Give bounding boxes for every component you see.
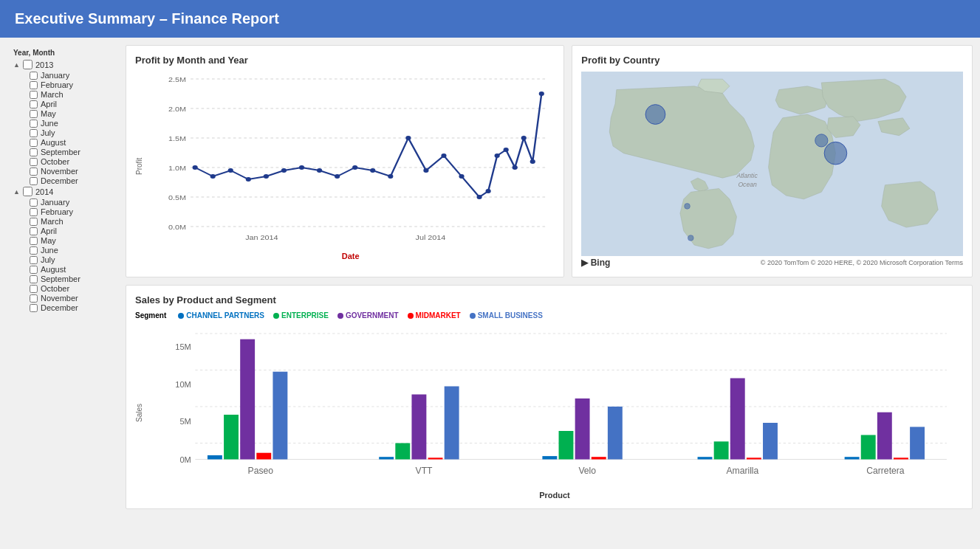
svg-rect-57 (240, 339, 255, 460)
line-chart-box: Profit by Month and Year Profit (126, 45, 564, 277)
svg-text:Amarilla: Amarilla (726, 466, 758, 476)
month-checkbox-2014-August[interactable] (30, 266, 38, 274)
month-item-2013-November: November (30, 167, 120, 176)
month-item-2013-June: June (30, 119, 120, 128)
month-label-2013-July: July (41, 128, 55, 137)
month-checkbox-2014-December[interactable] (30, 304, 38, 312)
month-item-2013-March: March (30, 90, 120, 99)
month-checkbox-2013-April[interactable] (30, 100, 38, 108)
svg-text:Paseo: Paseo (248, 466, 274, 476)
month-checkbox-2013-August[interactable] (30, 139, 38, 147)
month-checkbox-2014-March[interactable] (30, 218, 38, 226)
collapse-icon-2014[interactable]: ▲ (13, 188, 20, 196)
bing-logo: ▶ Bing (581, 258, 610, 268)
svg-point-37 (539, 92, 544, 96)
month-checkbox-2013-May[interactable] (30, 110, 38, 118)
legend-label-SMALL BUSINESS: SMALL BUSINESS (478, 311, 543, 320)
month-checkbox-2013-December[interactable] (30, 177, 38, 185)
legend-dot-ENTERPRISE (273, 313, 279, 319)
month-item-2013-February: February (30, 80, 120, 89)
month-item-2013-January: January (30, 71, 120, 80)
month-label-2013-May: May (41, 109, 56, 118)
month-label-2014-February: February (41, 207, 73, 216)
month-checkbox-2014-November[interactable] (30, 294, 38, 303)
svg-rect-69 (575, 398, 590, 460)
svg-rect-67 (542, 456, 557, 459)
svg-rect-64 (428, 458, 443, 459)
month-item-2013-October: October (30, 157, 120, 166)
month-checkbox-2014-September[interactable] (30, 275, 38, 283)
map-chart-title: Profit by Country (581, 55, 963, 66)
svg-rect-58 (256, 453, 271, 460)
svg-text:Jan 2014: Jan 2014 (245, 234, 278, 241)
bar-chart-title: Sales by Product and Segment (135, 294, 963, 305)
month-checkbox-2013-June[interactable] (30, 120, 38, 128)
month-checkbox-2013-March[interactable] (30, 91, 38, 99)
svg-point-31 (486, 189, 491, 193)
line-chart-inner: 2.5M 2.0M 1.5M 1.0M 0.5M 0.0M Jan 2014 J… (146, 72, 555, 260)
month-list-2014: January February March April May June Ju… (13, 198, 120, 312)
month-item-2013-July: July (30, 128, 120, 137)
line-chart-title: Profit by Month and Year (135, 55, 555, 66)
month-checkbox-2014-April[interactable] (30, 227, 38, 235)
month-checkbox-2013-October[interactable] (30, 158, 38, 166)
month-label-2013-December: December (41, 176, 78, 185)
svg-rect-76 (747, 458, 761, 459)
top-charts-row: Profit by Month and Year Profit (126, 45, 973, 277)
svg-point-34 (513, 165, 518, 170)
year-label-2014: 2014 (35, 187, 53, 196)
month-checkbox-2014-January[interactable] (30, 198, 38, 207)
month-checkbox-2014-May[interactable] (30, 237, 38, 245)
year-checkbox-2014[interactable] (23, 187, 32, 196)
svg-point-28 (441, 153, 446, 158)
svg-rect-62 (395, 443, 410, 460)
svg-rect-77 (763, 423, 778, 460)
month-checkbox-2014-July[interactable] (30, 256, 38, 264)
svg-text:1.0M: 1.0M (168, 165, 186, 172)
month-label-2013-June: June (41, 119, 58, 128)
legend-label-CHANNEL PARTNERS: CHANNEL PARTNERS (186, 311, 264, 320)
svg-rect-74 (714, 441, 729, 459)
legend-item-GOVERNMENT: GOVERNMENT (337, 311, 399, 320)
month-checkbox-2014-October[interactable] (30, 285, 38, 293)
month-label-2014-December: December (41, 303, 78, 312)
month-label-2014-August: August (41, 265, 66, 274)
month-checkbox-2013-January[interactable] (30, 72, 38, 80)
month-label-2014-January: January (41, 198, 69, 207)
year-header-2013[interactable]: ▲ 2013 (13, 60, 120, 69)
month-checkbox-2013-September[interactable] (30, 148, 38, 156)
year-checkbox-2013[interactable] (23, 60, 32, 69)
month-checkbox-2014-June[interactable] (30, 246, 38, 255)
legend-dot-CHANNEL PARTNERS (178, 313, 184, 319)
month-label-2014-April: April (41, 227, 57, 235)
month-item-2014-November: November (30, 294, 120, 303)
month-label-2013-August: August (41, 138, 66, 147)
month-checkbox-2013-July[interactable] (30, 129, 38, 137)
year-header-2014[interactable]: ▲ 2014 (13, 187, 120, 196)
month-checkbox-2014-February[interactable] (30, 208, 38, 216)
svg-rect-61 (379, 457, 394, 459)
bar-chart-box: Sales by Product and Segment Segment CHA… (126, 285, 973, 509)
legend-items: CHANNEL PARTNERS ENTERPRISE GOVERNMENT M… (178, 311, 543, 320)
month-item-2014-August: August (30, 265, 120, 274)
svg-point-42 (685, 204, 691, 210)
svg-text:Carretera: Carretera (866, 466, 905, 476)
legend-item-SMALL BUSINESS: SMALL BUSINESS (470, 311, 543, 320)
month-label-2014-June: June (41, 246, 58, 255)
collapse-icon-2013[interactable]: ▲ (13, 61, 20, 69)
svg-point-19 (281, 168, 287, 173)
svg-rect-56 (224, 415, 239, 460)
map-copyright: © 2020 TomTom © 2020 HERE, © 2020 Micros… (761, 259, 963, 266)
svg-point-18 (264, 174, 269, 179)
month-checkbox-2013-February[interactable] (30, 81, 38, 89)
svg-rect-79 (845, 457, 860, 459)
month-label-2013-March: March (41, 90, 64, 99)
month-label-2014-July: July (41, 255, 55, 264)
month-label-2014-September: September (41, 274, 80, 283)
month-item-2013-April: April (30, 100, 120, 108)
month-item-2014-June: June (30, 246, 120, 255)
map-footer: ▶ Bing © 2020 TomTom © 2020 HERE, © 2020… (581, 258, 963, 268)
month-item-2014-January: January (30, 198, 120, 207)
svg-point-29 (459, 174, 464, 179)
month-checkbox-2013-November[interactable] (30, 168, 38, 176)
